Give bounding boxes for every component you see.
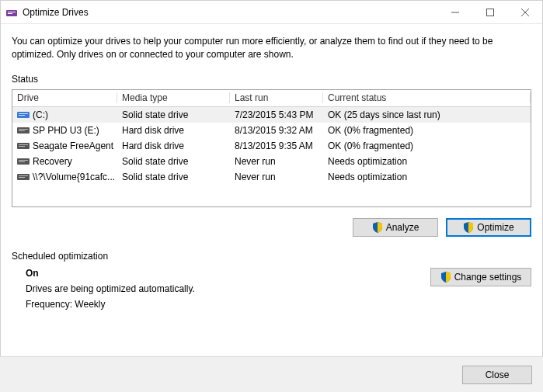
- analyze-label: Analyze: [386, 222, 419, 233]
- shield-icon: [463, 222, 474, 233]
- drive-name: Seagate FreeAgent: [33, 140, 113, 151]
- status-label: Status: [12, 74, 531, 85]
- optimize-button[interactable]: Optimize: [446, 218, 531, 237]
- svg-rect-17: [19, 160, 28, 161]
- optimize-label: Optimize: [477, 222, 513, 233]
- change-settings-label: Change settings: [454, 272, 522, 283]
- scheduled-section: Scheduled optimization On Drives are bei…: [12, 251, 531, 314]
- window-title: Optimize Drives: [23, 7, 437, 18]
- drive-name: SP PHD U3 (E:): [33, 125, 99, 136]
- scheduled-state: On: [26, 268, 430, 279]
- table-row[interactable]: Seagate FreeAgentHard disk drive8/13/201…: [12, 138, 531, 154]
- drive-name: Recovery: [33, 156, 72, 167]
- drive-icon: [17, 110, 30, 120]
- drive-media: Solid state drive: [117, 109, 230, 120]
- drive-media: Hard disk drive: [117, 140, 230, 151]
- close-button[interactable]: Close: [462, 366, 532, 384]
- table-row[interactable]: \\?\Volume{91cafc...Solid state driveNev…: [12, 169, 531, 185]
- svg-rect-14: [19, 144, 28, 145]
- scheduled-freq: Frequency: Weekly: [26, 299, 430, 310]
- scheduled-desc: Drives are being optimized automatically…: [26, 283, 430, 294]
- drives-header: Drive Media type Last run Current status: [12, 90, 531, 107]
- drive-lastrun: 8/13/2015 9:32 AM: [230, 125, 323, 136]
- drive-status: Needs optimization: [323, 156, 531, 167]
- drive-media: Solid state drive: [117, 156, 230, 167]
- svg-rect-15: [19, 146, 25, 147]
- col-drive[interactable]: Drive: [12, 92, 117, 103]
- minimize-button[interactable]: [437, 1, 472, 24]
- analyze-button[interactable]: Analyze: [353, 218, 438, 237]
- drive-icon: [17, 157, 30, 166]
- table-row[interactable]: (C:)Solid state drive7/23/2015 5:43 PMOK…: [12, 107, 531, 123]
- svg-rect-4: [486, 9, 493, 16]
- table-row[interactable]: SP PHD U3 (E:)Hard disk drive8/13/2015 9…: [12, 123, 531, 138]
- titlebar: Optimize Drives: [1, 1, 542, 24]
- svg-rect-9: [19, 115, 25, 116]
- app-icon: [5, 6, 18, 19]
- content-area: You can optimize your drives to help you…: [1, 24, 542, 314]
- maximize-button[interactable]: [472, 1, 507, 24]
- drive-media: Solid state drive: [117, 172, 230, 182]
- svg-rect-8: [19, 113, 28, 114]
- svg-rect-12: [19, 130, 25, 131]
- drive-icon: [17, 172, 30, 182]
- drive-icon: [17, 126, 30, 135]
- drive-icon: [17, 141, 30, 151]
- shield-icon: [440, 272, 451, 283]
- drive-status: Needs optimization: [323, 172, 531, 182]
- drives-list[interactable]: Drive Media type Last run Current status…: [12, 89, 531, 207]
- close-window-button[interactable]: [507, 1, 542, 24]
- drive-lastrun: Never run: [230, 156, 323, 167]
- drive-lastrun: 8/13/2015 9:35 AM: [230, 140, 323, 151]
- svg-rect-21: [19, 177, 25, 178]
- drive-status: OK (25 days since last run): [323, 109, 531, 120]
- drive-name: \\?\Volume{91cafc...: [33, 172, 115, 182]
- drive-status: OK (0% fragmented): [323, 125, 531, 136]
- drive-name: (C:): [33, 109, 48, 120]
- col-media[interactable]: Media type: [117, 92, 230, 103]
- svg-rect-11: [19, 129, 28, 130]
- svg-rect-2: [8, 13, 12, 14]
- col-status[interactable]: Current status: [323, 92, 531, 103]
- col-lastrun[interactable]: Last run: [230, 92, 323, 103]
- drive-media: Hard disk drive: [117, 125, 230, 136]
- scheduled-label: Scheduled optimization: [12, 251, 531, 262]
- drive-status: OK (0% fragmented): [323, 140, 531, 151]
- shield-icon: [372, 222, 383, 233]
- svg-rect-1: [8, 12, 16, 12]
- drive-lastrun: Never run: [230, 172, 323, 182]
- footer: Close: [0, 356, 543, 392]
- scheduled-info: On Drives are being optimized automatica…: [12, 268, 430, 314]
- action-buttons: Analyze Optimize: [12, 218, 531, 237]
- svg-rect-18: [19, 161, 25, 162]
- intro-text: You can optimize your drives to help you…: [12, 35, 531, 61]
- svg-rect-20: [19, 175, 28, 176]
- drive-lastrun: 7/23/2015 5:43 PM: [230, 109, 323, 120]
- change-settings-button[interactable]: Change settings: [430, 268, 531, 286]
- table-row[interactable]: RecoverySolid state driveNever runNeeds …: [12, 154, 531, 169]
- close-label: Close: [486, 369, 510, 380]
